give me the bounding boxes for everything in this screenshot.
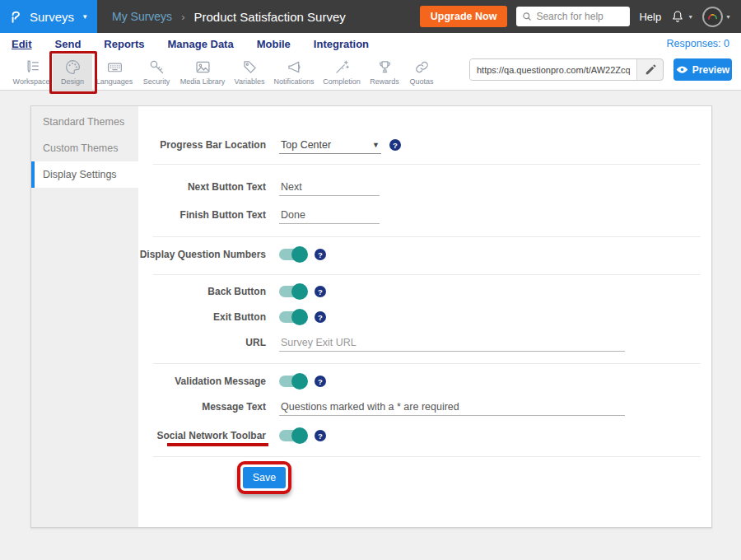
back-button-toggle[interactable] [279,286,306,297]
display-settings-panel: Standard Themes Custom Themes Display Se… [30,105,712,528]
nav-tab-edit[interactable]: Edit [12,38,32,50]
section-divider [153,274,701,275]
section-divider [153,363,701,364]
validation-message-label: Validation Message [138,376,266,387]
media-library-image-icon [194,58,212,76]
workspace-icon [23,58,40,76]
finish-button-text-input[interactable] [279,207,380,224]
chevron-down-icon: ▼ [82,13,88,21]
design-sidebar: Standard Themes Custom Themes Display Se… [31,106,138,527]
survey-url-input[interactable] [470,59,637,80]
chevron-down-icon: ▼ [725,14,731,20]
toolbar-item-variables[interactable]: Variables [229,54,270,90]
toolbar-item-design[interactable]: Design [53,54,92,90]
avatar [702,7,723,27]
notifications-megaphone-icon [286,58,303,76]
row-display-question-numbers: Display Question Numbers ? [138,243,326,266]
account-menu[interactable]: ▼ [702,7,731,27]
toolbar-item-media-library[interactable]: Media Library [176,54,229,90]
message-text-label: Message Text [138,401,266,413]
row-exit-url: URL [138,331,625,354]
annotation-box-save: Save [237,461,291,494]
responses-count: Responses: 0 [667,38,729,49]
pencil-icon [645,64,656,76]
eye-icon [676,65,688,74]
display-question-numbers-toggle[interactable] [279,249,306,260]
toolbar-item-security[interactable]: Security [137,54,176,90]
sidebar-item-standard-themes[interactable]: Standard Themes [31,109,138,135]
row-validation-message: Validation Message ? [138,370,326,393]
chevron-down-icon: ▼ [372,141,380,149]
row-next-button-text: Next Button Text [138,175,380,198]
help-icon[interactable]: ? [389,139,401,151]
exit-url-input[interactable] [279,334,625,352]
row-message-text: Message Text [138,395,625,418]
message-text-input[interactable] [279,399,625,416]
help-icon[interactable]: ? [315,249,326,260]
sidebar-item-display-settings[interactable]: Display Settings [31,161,138,188]
help-search-input[interactable] [536,11,624,22]
nav-tab-manage-data[interactable]: Manage Data [167,38,233,50]
annotation-underline-social-network-toolbar [167,443,268,446]
survey-url-group [469,58,664,81]
row-exit-button: Exit Button ? [138,306,326,329]
toolbar-item-quotas[interactable]: Quotas [403,54,440,90]
help-icon[interactable]: ? [315,430,326,441]
help-link[interactable]: Help [639,11,661,23]
social-network-toolbar-label: Social Network Toolbar [138,430,266,441]
notifications-bell-menu[interactable]: ▼ [670,9,693,24]
section-divider [153,236,701,237]
help-icon[interactable]: ? [315,286,326,297]
languages-keyboard-icon [106,58,124,76]
rewards-trophy-icon [376,58,394,76]
sidebar-item-custom-themes[interactable]: Custom Themes [31,135,138,161]
nav-tab-send[interactable]: Send [55,38,82,50]
progress-bar-location-label: Progress Bar Location [138,139,266,151]
breadcrumb: My Surveys › Product Satisfaction Survey [112,10,346,24]
breadcrumb-current: Product Satisfaction Survey [193,10,345,24]
nav-tab-integration[interactable]: Integration [314,38,369,50]
nav-tab-mobile[interactable]: Mobile [257,38,291,50]
help-icon[interactable]: ? [315,311,326,323]
row-back-button: Back Button ? [138,280,326,303]
progress-bar-location-select[interactable]: Top Center ▼ [279,137,381,154]
back-button-label: Back Button [138,286,266,297]
app-menu-label: Surveys [30,10,74,24]
preview-label: Preview [692,64,729,76]
avatar-gauge-icon [706,12,719,22]
breadcrumb-separator-icon: › [181,11,184,23]
top-header: Surveys ▼ My Surveys › Product Satisfact… [0,0,741,33]
help-search-box[interactable] [516,7,630,26]
save-button[interactable]: Save [243,467,286,488]
questionpro-logo-icon [9,7,22,26]
toolbar-item-languages[interactable]: Languages [92,54,137,90]
nav-tab-reports[interactable]: Reports [104,38,144,50]
app-logo-menu[interactable]: Surveys ▼ [0,0,97,33]
quotas-links-icon [413,58,431,76]
survey-nav: Edit Send Reports Manage Data Mobile Int… [0,33,741,54]
toolbar-item-workspace[interactable]: Workspace [10,54,53,90]
toolbar-item-completion[interactable]: Completion [318,54,366,90]
exit-url-label: URL [138,337,266,348]
validation-message-toggle[interactable] [279,376,306,387]
header-right: Upgrade Now Help ▼ ▼ [420,6,741,27]
finish-button-text-label: Finish Button Text [138,209,266,221]
row-progress-bar-location: Progress Bar Location Top Center ▼ ? [138,133,401,156]
security-key-icon [148,58,165,76]
design-palette-icon [64,58,82,76]
toolbar-item-notifications[interactable]: Notifications [270,54,318,90]
next-button-text-input[interactable] [279,179,380,196]
edit-url-button[interactable] [637,59,663,80]
bell-icon [670,9,685,24]
upgrade-now-button[interactable]: Upgrade Now [420,6,508,27]
next-button-text-label: Next Button Text [138,181,266,193]
search-icon [522,12,532,21]
exit-button-toggle[interactable] [279,311,306,323]
variables-tag-icon [241,58,259,76]
breadcrumb-parent[interactable]: My Surveys [112,10,172,23]
preview-button[interactable]: Preview [673,58,732,81]
chevron-down-icon: ▼ [687,14,693,20]
social-network-toolbar-toggle[interactable] [279,430,306,441]
help-icon[interactable]: ? [315,376,326,387]
toolbar-item-rewards[interactable]: Rewards [366,54,403,90]
